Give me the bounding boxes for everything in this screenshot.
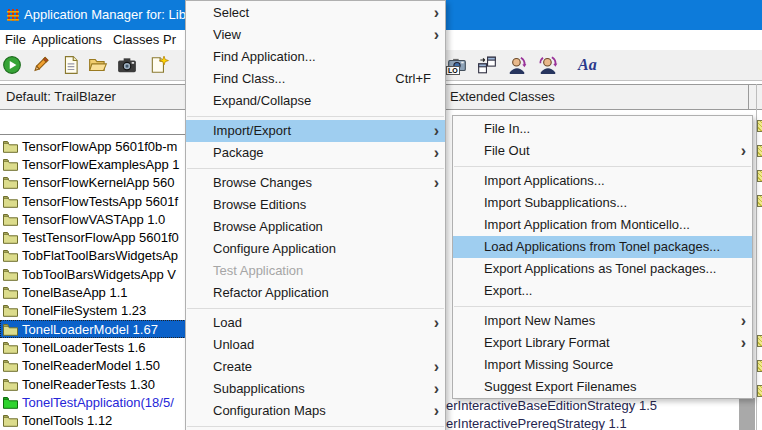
list-item-toneltestapplication-18-5[interactable]: TonelTestApplication(18/5/ <box>0 393 186 411</box>
menu-item-configuration-maps[interactable]: Configuration Maps› <box>186 400 445 422</box>
menu-item-browse-editions[interactable]: Browse Editions <box>186 194 445 216</box>
list-item-tobflattoolbarswidgetsap[interactable]: TobFlatToolBarsWidgetsAp <box>0 247 186 265</box>
menu-item-create[interactable]: Create› <box>186 356 445 378</box>
menubar-item-classes[interactable]: Classes <box>113 30 159 50</box>
menu-item-load-applications-from-tonel-packages[interactable]: Load Applications from Tonel packages... <box>453 236 752 258</box>
menu-item-test-application: Test Application <box>186 260 445 282</box>
menu-item-configure-application[interactable]: Configure Application <box>186 238 445 260</box>
list-item-label: TestTensorFlowApp 5601f0 <box>22 230 179 245</box>
list-item-label: TonelLoaderModel 1.67 <box>22 322 158 337</box>
menu-item-suggest-export-filenames[interactable]: Suggest Export Filenames <box>453 376 752 398</box>
submenu-arrow-icon: › <box>741 140 746 161</box>
menu-item-import-missing-source[interactable]: Import Missing Source <box>453 354 752 376</box>
import-export-submenu: File In...File Out›Import Applications..… <box>452 115 753 399</box>
list-item-label: TensorFlowKernelApp 560 <box>22 175 174 190</box>
menu-item-import-new-names[interactable]: Import New Names› <box>453 310 752 332</box>
list-item-tonelbaseapp-1-1[interactable]: TonelBaseApp 1.1 <box>0 283 186 301</box>
menu-separator <box>186 422 445 430</box>
menu-separator <box>453 302 752 310</box>
folder-icon <box>3 286 18 299</box>
green-folder-icon <box>3 396 18 409</box>
menu-item-refactor-application[interactable]: Refactor Application <box>186 282 445 304</box>
vertical-scrollbar[interactable] <box>739 398 755 430</box>
menu-item-package[interactable]: Package› <box>186 142 445 164</box>
menu-item-browse-changes[interactable]: Browse Changes› <box>186 172 445 194</box>
menu-item-export-applications-as-tonel-packages[interactable]: Export Applications as Tonel packages... <box>453 258 752 280</box>
folder-icon <box>3 140 18 153</box>
open-folder-icon[interactable] <box>88 55 108 75</box>
menu-item-find-application[interactable]: Find Application... <box>186 46 445 68</box>
list-item-tensorflowvastapp-1-0[interactable]: TensorFlowVASTApp 1.0 <box>0 210 186 228</box>
menu-separator <box>186 164 445 172</box>
class-icon[interactable] <box>757 195 762 207</box>
list-item-label: TensorFlowApp 5601f0b-m <box>22 139 177 154</box>
folder-icon <box>3 195 18 208</box>
list-item-tonelloadertests-1-6[interactable]: TonelLoaderTests 1.6 <box>0 338 186 356</box>
list-item-label: TensorFlowTestsApp 5601f <box>22 194 178 209</box>
user-refresh-icon[interactable] <box>507 55 527 75</box>
submenu-arrow-icon: › <box>434 378 439 399</box>
list-item-label: TonelTools 1.12 <box>22 413 112 428</box>
menu-item-browse-application[interactable]: Browse Application <box>186 216 445 238</box>
applications-context-menu: Select›View›Find Application...Find Clas… <box>185 0 446 430</box>
list-item-tobtoolbarswidgetsapp-v[interactable]: TobToolBarsWidgetsApp V <box>0 265 186 283</box>
folder-icon <box>3 176 18 189</box>
menu-item-subapplications[interactable]: Subapplications› <box>186 378 445 400</box>
menu-item-import-application-from-monticello[interactable]: Import Application from Monticello... <box>453 214 752 236</box>
run-icon[interactable] <box>2 55 22 75</box>
font-case-icon[interactable]: Aa <box>578 55 604 75</box>
menu-item-file-out[interactable]: File Out› <box>453 140 752 162</box>
extended-class-row[interactable]: erInteractiveBaseEditionStrategy 1.5 <box>446 397 738 415</box>
menubar-item-applications[interactable]: Applications <box>32 30 102 50</box>
list-item-tonelreadertests-1-30[interactable]: TonelReaderTests 1.30 <box>0 375 186 393</box>
list-item-tonelfilesystem-1-23[interactable]: TonelFileSystem 1.23 <box>0 302 186 320</box>
list-item-tonelloadermodel-1-67[interactable]: TonelLoaderModel 1.67 <box>0 320 186 338</box>
class-icon[interactable] <box>757 385 762 397</box>
menu-item-import-export[interactable]: Import/Export› <box>186 120 445 142</box>
list-item-tensorflowkernelapp-560[interactable]: TensorFlowKernelApp 560 <box>0 174 186 192</box>
list-item-tensorflowexamplesapp-1[interactable]: TensorFlowExamplesApp 1 <box>0 155 186 173</box>
list-item-label: TobToolBarsWidgetsApp V <box>22 267 176 282</box>
submenu-arrow-icon: › <box>741 310 746 331</box>
list-item-testtensorflowapp-5601f0[interactable]: TestTensorFlowApp 5601f0 <box>0 228 186 246</box>
document-icon[interactable] <box>61 55 81 75</box>
menu-item-unload[interactable]: Unload <box>186 334 445 356</box>
class-icon[interactable] <box>757 120 762 132</box>
menu-item-import-applications[interactable]: Import Applications... <box>453 170 752 192</box>
folder-icon <box>3 231 18 244</box>
menu-item-file-in[interactable]: File In... <box>453 118 752 140</box>
list-item-label: TensorFlowExamplesApp 1 <box>22 157 180 172</box>
menu-item-expand-collapse[interactable]: Expand/Collapse <box>186 90 445 112</box>
user-refresh-alt-icon[interactable] <box>538 55 558 75</box>
edit-pencil-icon[interactable] <box>30 55 50 75</box>
list-item-label: TonelReaderModel 1.50 <box>22 358 160 373</box>
folder-icon <box>3 158 18 171</box>
list-item-tensorflowapp-5601f0b-m[interactable]: TensorFlowApp 5601f0b-m <box>0 137 186 155</box>
list-item-tensorflowtestsapp-5601f[interactable]: TensorFlowTestsApp 5601f <box>0 192 186 210</box>
load-image-icon[interactable]: LO <box>447 55 467 75</box>
extended-class-row[interactable]: erInteractivePrereqStrategy 1.1 <box>446 415 738 430</box>
class-icon[interactable] <box>757 360 762 372</box>
list-item-toneltools-1-12[interactable]: TonelTools 1.12 <box>0 411 186 429</box>
menu-item-load[interactable]: Load› <box>186 312 445 334</box>
class-icon[interactable] <box>757 335 762 347</box>
new-document-icon[interactable] <box>149 55 169 75</box>
menu-item-find-class[interactable]: Find Class...Ctrl+F <box>186 68 445 90</box>
menubar-item-file[interactable]: File <box>5 30 26 50</box>
list-item-tonelreadermodel-1-50[interactable]: TonelReaderModel 1.50 <box>0 357 186 375</box>
list-item-label: TobFlatToolBarsWidgetsAp <box>22 248 178 263</box>
menu-separator <box>186 304 445 312</box>
list-item-label: TonelLoaderTests 1.6 <box>22 340 146 355</box>
menu-item-export-library-format[interactable]: Export Library Format› <box>453 332 752 354</box>
class-icon[interactable] <box>757 170 762 182</box>
split-window-icon[interactable] <box>477 55 497 75</box>
camera-icon[interactable] <box>117 55 137 75</box>
menubar-item-pr[interactable]: Pr <box>163 30 176 50</box>
folder-icon <box>3 341 18 354</box>
menu-item-export[interactable]: Export... <box>453 280 752 302</box>
menu-item-view[interactable]: View› <box>186 24 445 46</box>
menu-item-import-subapplications[interactable]: Import Subapplications... <box>453 192 752 214</box>
menu-item-select[interactable]: Select› <box>186 2 445 24</box>
class-icon[interactable] <box>757 145 762 157</box>
window-title: Application Manager for: Libr <box>24 0 190 30</box>
